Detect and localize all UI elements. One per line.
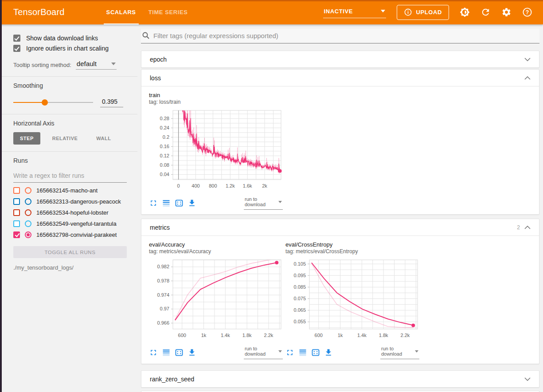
chart-tag: tag: metrics/eval/CrossEntropy [285, 248, 420, 255]
checkbox-checked-icon [13, 35, 20, 42]
run-radio[interactable] [25, 209, 31, 216]
section-header-loss[interactable]: loss [141, 70, 539, 86]
fullscreen-icon[interactable] [149, 348, 158, 357]
section-header-rank-zero-seed[interactable]: rank_zero_seed [141, 371, 539, 387]
svg-text:0.974: 0.974 [157, 292, 169, 298]
run-checkbox[interactable] [13, 220, 20, 227]
svg-text:1.4k: 1.4k [221, 333, 230, 338]
upload-button[interactable]: UPLOAD [397, 5, 449, 20]
fit-domain-icon[interactable] [175, 348, 184, 357]
svg-text:1.4k: 1.4k [357, 333, 367, 338]
svg-text:2.2k: 2.2k [264, 333, 273, 338]
chevron-down-icon [381, 10, 385, 12]
download-icon[interactable] [324, 348, 333, 357]
chart-svg-loss-train[interactable]: 0.040.080.120.160.20.240.2804008001.2k1.… [149, 107, 285, 194]
chevron-down-icon [278, 350, 282, 353]
runs-filter-input[interactable] [13, 169, 127, 183]
fit-domain-icon[interactable] [175, 199, 184, 208]
tag-filter-input[interactable] [153, 32, 539, 39]
svg-text:2k: 2k [262, 183, 267, 188]
run-row: 1656632313-dangerous-peacock [13, 198, 127, 205]
chart-toolbar: run to download [285, 346, 420, 359]
chart-svg-eval-crossentropy[interactable]: 0.0550.0650.0750.0850.0950.1056001k1.4k1… [285, 256, 421, 343]
chart-svg-eval-accuracy[interactable]: 0.9660.970.9740.9780.9826001k1.4k1.8k2.2… [149, 256, 285, 343]
section-header-epoch[interactable]: epoch [141, 51, 539, 67]
settings-icon[interactable] [501, 7, 512, 17]
status-dropdown[interactable]: INACTIVE [323, 7, 386, 18]
tab-scalars[interactable]: SCALARS [100, 0, 142, 24]
download-icon[interactable] [188, 199, 196, 208]
chart-card-eval-crossentropy: eval/CrossEntropy tag: metrics/eval/Cros… [285, 241, 420, 359]
data-lines-icon[interactable] [162, 199, 171, 208]
chart-toolbar: run to download [149, 196, 284, 210]
slider-fill [13, 102, 45, 103]
svg-text:1k: 1k [338, 333, 343, 338]
chevron-down-icon [415, 350, 418, 353]
fit-domain-icon[interactable] [311, 348, 320, 357]
run-checkbox[interactable] [13, 209, 20, 216]
run-radio[interactable] [25, 220, 31, 227]
download-icon[interactable] [188, 348, 196, 357]
chevron-down-icon [278, 201, 282, 203]
dashboard-main: epoch loss train tag: loss/train 0.040.0… [137, 24, 543, 392]
svg-text:400: 400 [191, 183, 199, 188]
smoothing-value-input[interactable]: 0.395 [100, 97, 123, 107]
tag-filter-bar [141, 29, 539, 43]
svg-text:0.08: 0.08 [160, 162, 169, 168]
help-icon[interactable]: ? [522, 7, 532, 17]
app-header: TensorBoard SCALARS TIME SERIES INACTIVE… [0, 0, 543, 24]
section-metrics: metrics 2 eval/Accuracy tag: metrics/eva… [141, 219, 539, 364]
section-header-metrics[interactable]: metrics 2 [141, 219, 539, 235]
run-row: 1656632798-convivial-parakeet [13, 231, 127, 238]
run-radio[interactable] [25, 187, 31, 194]
run-checkbox[interactable] [13, 187, 20, 194]
svg-text:1.2k: 1.2k [226, 183, 235, 188]
run-to-download-select[interactable]: run to download [380, 346, 419, 359]
fullscreen-icon[interactable] [149, 199, 158, 208]
checkbox-checked-icon [13, 45, 20, 52]
svg-text:0.075: 0.075 [293, 296, 306, 301]
section-body-metrics: eval/Accuracy tag: metrics/eval/Accuracy… [141, 235, 539, 364]
app-title: TensorBoard [13, 7, 65, 17]
run-radio[interactable] [25, 198, 31, 205]
axis-wall-button[interactable]: WALL [90, 132, 117, 145]
run-radio[interactable] [25, 231, 31, 238]
svg-text:1.8k: 1.8k [379, 333, 388, 338]
axis-relative-button[interactable]: RELATIVE [46, 132, 85, 145]
chart-tag: tag: loss/train [149, 99, 284, 105]
data-lines-icon[interactable] [162, 348, 171, 357]
svg-text:600: 600 [178, 333, 186, 338]
svg-text:0.978: 0.978 [157, 278, 169, 283]
run-to-download-select[interactable]: run to download [244, 196, 283, 210]
show-download-links-checkbox[interactable]: Show data download links [13, 35, 127, 42]
svg-text:0.982: 0.982 [157, 264, 169, 269]
brightness-icon[interactable] [460, 7, 470, 17]
svg-text:800: 800 [209, 183, 217, 188]
smoothing-slider[interactable] [13, 99, 93, 106]
svg-text:0.085: 0.085 [293, 284, 306, 290]
ignore-outliers-checkbox[interactable]: Ignore outliers in chart scaling [13, 45, 127, 52]
data-lines-icon[interactable] [298, 348, 307, 357]
chart-card-eval-accuracy: eval/Accuracy tag: metrics/eval/Accuracy… [149, 241, 284, 359]
section-count: 2 [517, 224, 520, 231]
section-rank-zero-seed: rank_zero_seed [141, 370, 539, 388]
fullscreen-icon[interactable] [285, 348, 294, 357]
svg-text:0.105: 0.105 [293, 261, 306, 267]
toggle-all-runs-button[interactable]: TOGGLE ALL RUNS [13, 246, 127, 258]
tab-time-series[interactable]: TIME SERIES [142, 0, 194, 24]
smoothing-section: Smoothing 0.395 [0, 77, 137, 114]
run-to-download-select[interactable]: run to download [244, 346, 283, 359]
axis-step-button[interactable]: STEP [13, 132, 40, 145]
run-checkbox[interactable] [13, 198, 20, 205]
run-checkbox[interactable] [13, 231, 20, 238]
slider-knob[interactable] [42, 99, 48, 106]
svg-text:1.6k: 1.6k [243, 183, 252, 188]
svg-text:0.28: 0.28 [160, 116, 169, 121]
smoothing-label: Smoothing [13, 82, 127, 89]
log-directory-path: ./my_tensorboard_logs/ [13, 264, 127, 271]
tooltip-sorting-select[interactable]: default [76, 60, 117, 70]
svg-text:0.2: 0.2 [163, 134, 169, 140]
svg-text:0.04: 0.04 [160, 172, 169, 177]
runs-section: Runs 1656632145-macho-ant 1656632313-dan… [0, 152, 137, 278]
refresh-icon[interactable] [480, 7, 491, 17]
